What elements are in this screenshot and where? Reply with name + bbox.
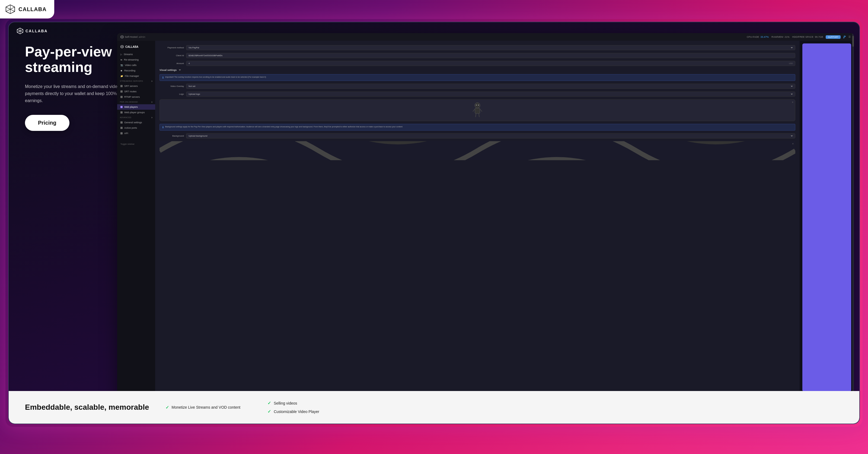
header: CALLABA [0, 0, 54, 19]
amount-value: 4 [188, 62, 190, 65]
laptop-container: CALLABA Pay-per-view streaming Monetize … [8, 22, 434, 227]
sidebar-item-general-settings[interactable]: General settings [117, 120, 155, 125]
bg-info-text: Background settings apply for the Pay-Pe… [165, 126, 403, 129]
client-id-input[interactable]: $2b$15$RonM72e053G03BPaMDc [186, 53, 434, 58]
toggle-sidebar[interactable]: Toggle sidebar [117, 141, 155, 147]
sidebar-item-filemanager[interactable]: 📁 File manager [117, 73, 155, 79]
background-label: Background [159, 135, 184, 137]
general-settings-icon [120, 121, 123, 123]
app-topbar: Self-Hosted admin CPU-FADE 33.47% RAM/ME… [117, 33, 434, 41]
sidebar-brand-text: CALLABA [125, 45, 138, 48]
sidebar-item-active-ports[interactable]: Active ports [117, 125, 155, 131]
inner-navbar: CALLABA [17, 28, 434, 34]
sidebar-restream-label: Re-streaming [124, 58, 138, 61]
inner-logo-text: CALLABA [26, 29, 48, 33]
app-body: CALLABA ▷ Streams ⇆ Re-streaming 📷 Video… [117, 41, 434, 227]
toggle-sidebar-label: Toggle sidebar [120, 143, 134, 145]
logo-select[interactable]: Upload logo [186, 91, 434, 97]
vod-chevron [152, 101, 152, 103]
record-icon: ⏺ [120, 69, 123, 72]
web-player-groups-icon [120, 111, 123, 113]
sidebar-brand: CALLABA [117, 44, 155, 52]
streaming-servers-header: STREAMING SERVERS [117, 79, 155, 83]
advanced-chevron [152, 117, 152, 118]
background-select[interactable]: Upload background [186, 133, 434, 139]
sidebar-item-rtmp[interactable]: RTMP servers [117, 94, 155, 100]
video-overlay-row: Video Overlay Not set [159, 84, 434, 89]
sidebar-streams-label: Streams [124, 53, 133, 56]
amount-row: Amount 4 USD [159, 61, 434, 66]
payment-method-label: Payment method [159, 47, 184, 49]
client-id-value: $2b$15$RonM72e053G03BPaMDc [188, 54, 223, 57]
sidebar-active-ports-label: Active ports [124, 126, 137, 129]
background-row: Background Upload background [159, 133, 434, 139]
visual-settings-header: Visual settings [159, 69, 434, 72]
inner-logo-icon [17, 28, 23, 34]
active-ports-icon [120, 127, 123, 129]
streams-icon: ▷ [120, 53, 122, 56]
toggle-sidebar-container: Toggle sidebar [117, 136, 155, 147]
background-value: Upload background [188, 135, 207, 137]
srt-servers-icon [120, 85, 123, 87]
inner-logo: CALLABA [17, 28, 48, 34]
sidebar-item-srt-routes[interactable]: SRT routes [117, 89, 155, 94]
sidebar-item-videocalls[interactable]: 📷 Video calls [117, 62, 155, 68]
app-mockup: Self-Hosted admin CPU-FADE 33.47% RAM/ME… [117, 33, 434, 227]
sidebar-api-label: API [124, 132, 128, 135]
info-banner: ℹ Important! The overlay function requir… [159, 74, 434, 81]
visual-settings-chevron [179, 69, 181, 70]
rtmp-icon [120, 96, 123, 98]
section-label: STREAMING SERVERS [120, 80, 143, 82]
settings-panel: Payment method Via PayPal Client Id $2b$… [155, 41, 434, 227]
app-brand-sub: admin [138, 35, 145, 38]
payment-method-select[interactable]: Via PayPal [186, 45, 434, 50]
video-overlay-select[interactable]: Not set [186, 84, 434, 89]
amount-input[interactable]: 4 USD [186, 61, 434, 66]
background-upload-area[interactable]: × [159, 141, 434, 160]
header-logo-text: CALLABA [19, 6, 46, 12]
info-text: Important! The overlay function requires… [165, 76, 266, 79]
sidebar-item-restreaming[interactable]: ⇆ Re-streaming [117, 57, 155, 62]
logo-label: Logo [159, 93, 184, 95]
sidebar-item-api[interactable]: API [117, 131, 155, 136]
vod-section-header: PER-ON-DEMAND [117, 100, 155, 104]
sidebar-web-players-label: Web players [124, 106, 138, 108]
sidebar-logo [120, 45, 124, 48]
sidebar-srt-routes-label: SRT routes [124, 90, 136, 93]
payment-method-row: Payment method Via PayPal [159, 45, 434, 50]
sidebar-item-web-players[interactable]: Web players [117, 104, 155, 110]
logo-upload-area[interactable]: × [159, 100, 434, 121]
advanced-section-header: ADVANCED [117, 115, 155, 120]
app-brand-name: Self-Hosted [125, 35, 137, 38]
sidebar-general-settings-label: General settings [124, 121, 142, 124]
sidebar-item-streams[interactable]: ▷ Streams [117, 52, 155, 57]
app-sidebar: CALLABA ▷ Streams ⇆ Re-streaming 📷 Video… [117, 41, 155, 227]
app-brand-info: Self-Hosted admin [120, 35, 145, 38]
video-overlay-label: Video Overlay [159, 85, 184, 87]
background-info-banner: ℹ Background settings apply for the Pay-… [159, 124, 434, 131]
client-id-row: Client Id $2b$15$RonM72e053G03BPaMDc [159, 53, 434, 58]
restream-icon: ⇆ [120, 59, 122, 61]
vod-label: PER-ON-DEMAND [120, 101, 138, 103]
video-overlay-value: Not set [188, 85, 195, 87]
sidebar-item-srt-servers[interactable]: SRT servers [117, 83, 155, 89]
logo-value: Upload logo [188, 93, 200, 95]
api-icon [120, 132, 123, 134]
visual-settings-label: Visual settings [159, 69, 177, 72]
bg-info-icon: ℹ [162, 126, 163, 129]
file-icon: 📁 [120, 75, 123, 77]
header-logo-icon [5, 4, 15, 14]
logo-row: Logo Upload logo [159, 91, 434, 97]
chevron-icon [152, 80, 152, 82]
app-logo-small [120, 35, 124, 38]
sidebar-srt-servers-label: SRT servers [124, 85, 138, 87]
video-icon: 📷 [120, 64, 123, 66]
background-preview [159, 141, 434, 160]
pricing-button[interactable]: Pricing [25, 115, 69, 131]
sidebar-file-label: File manager [125, 75, 139, 77]
sidebar-video-label: Video calls [125, 64, 136, 66]
sidebar-item-recording[interactable]: ⏺ Recording [117, 68, 155, 73]
sidebar-item-web-player-groups[interactable]: Web player groups [117, 110, 155, 115]
payment-method-value: Via PayPal [188, 47, 199, 49]
amount-label: Amount [159, 62, 184, 65]
